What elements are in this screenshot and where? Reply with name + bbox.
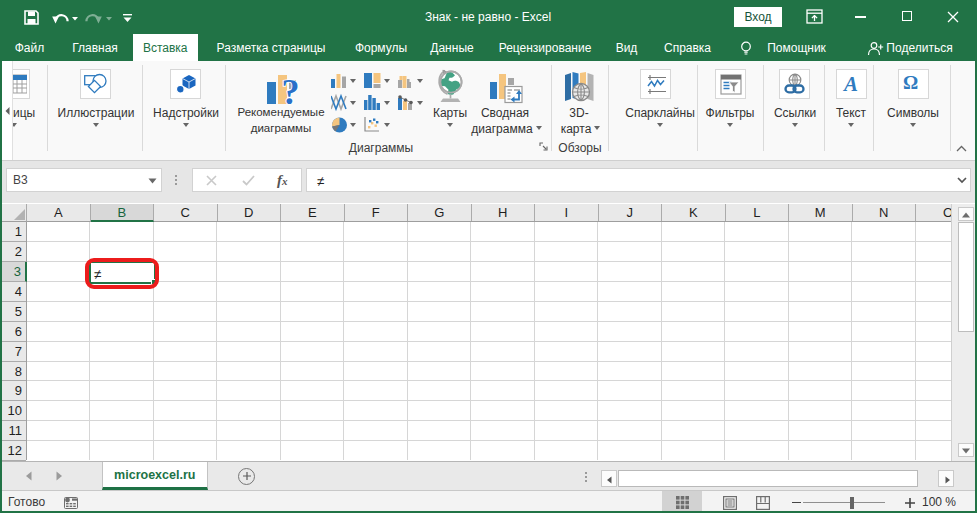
svg-text:?: ? <box>282 72 300 105</box>
